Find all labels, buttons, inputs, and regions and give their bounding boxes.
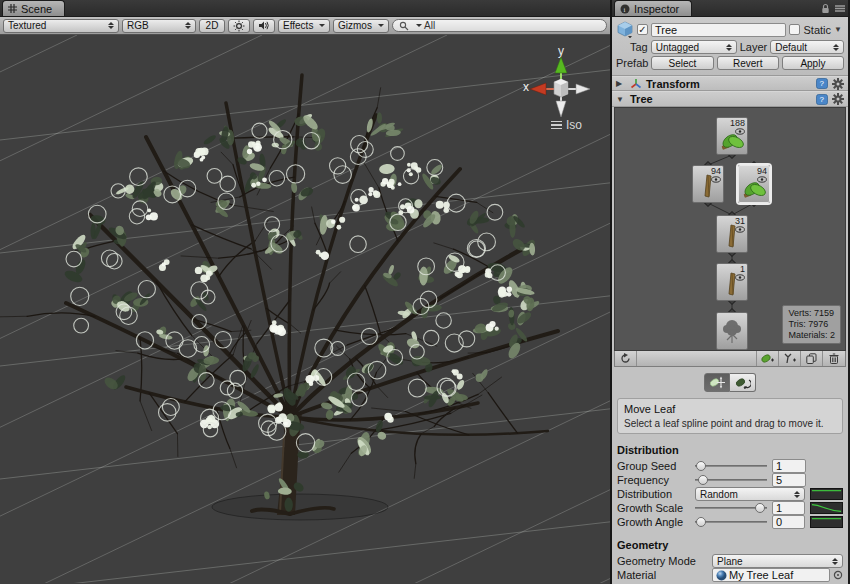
- render-channels-dropdown[interactable]: RGB: [122, 19, 196, 33]
- static-dropdown-arrow[interactable]: ▼: [834, 25, 844, 34]
- prefab-revert-button[interactable]: Revert: [717, 56, 779, 70]
- transform-title: Transform: [646, 78, 700, 90]
- growth-scale-slider[interactable]: [695, 502, 767, 514]
- gizmo-y-axis-cone: [555, 57, 567, 73]
- gameobject-header: ✓ Tree Static ▼ Tag Untagged Layer Defau…: [612, 17, 848, 76]
- tree-component-header[interactable]: ▼ Tree ?: [612, 91, 848, 106]
- tool-help-box: Move Leaf Select a leaf spline point and…: [617, 398, 843, 434]
- tab-scene[interactable]: Scene: [2, 0, 65, 16]
- geometry-mode-row: Geometry Mode Plane: [617, 554, 843, 568]
- growth-angle-value-field[interactable]: 0: [772, 515, 805, 529]
- node-branch-group-94[interactable]: 94: [692, 165, 724, 203]
- move-leaf-tool-button[interactable]: [704, 373, 730, 392]
- help-book-icon[interactable]: ?: [816, 94, 828, 105]
- gizmo-y-label: y: [558, 44, 564, 58]
- rotate-leaf-icon: [735, 376, 751, 389]
- node-count: 188: [730, 118, 745, 128]
- branch-group-icon: [696, 173, 720, 199]
- node-leaf-group-94-selected[interactable]: 94: [738, 165, 770, 203]
- gizmo-x-label: x: [523, 80, 529, 94]
- pane-menu-icon[interactable]: [835, 4, 845, 13]
- projection-toggle[interactable]: Iso: [551, 118, 582, 132]
- projection-label: Iso: [566, 118, 582, 132]
- orientation-gizmo[interactable]: y x: [514, 43, 598, 121]
- group-seed-value: 1: [776, 460, 782, 472]
- group-seed-value-field[interactable]: 1: [772, 459, 806, 473]
- growth-scale-value-field[interactable]: 1: [772, 501, 805, 515]
- growth-scale-curve-preview[interactable]: [810, 502, 843, 514]
- inspector-panel: i Inspector: [612, 0, 848, 584]
- gameobject-name-field[interactable]: Tree: [651, 23, 786, 37]
- render-channels-label: RGB: [127, 20, 149, 31]
- audio-toggle-button[interactable]: [253, 19, 275, 33]
- svg-text:?: ?: [820, 80, 825, 89]
- scene-viewport[interactable]: y x Iso: [0, 35, 610, 584]
- distribution-curve-preview[interactable]: [810, 488, 843, 500]
- scene-tabbar: Scene: [0, 0, 610, 17]
- gameobject-cube-icon[interactable]: [616, 21, 634, 38]
- dropdown-arrows-icon: [315, 24, 325, 27]
- materials-stat: Materials: 2: [788, 330, 835, 341]
- tris-stat: Tris: 7976: [788, 319, 835, 330]
- tree-root-icon: [721, 317, 745, 345]
- node-branch-group-31[interactable]: 31: [716, 215, 748, 253]
- tag-dropdown[interactable]: Untagged: [651, 40, 737, 54]
- tab-inspector[interactable]: i Inspector: [614, 0, 692, 16]
- gear-icon[interactable]: [832, 78, 844, 90]
- toggle-2d-button[interactable]: 2D: [199, 19, 225, 33]
- prefab-select-button[interactable]: Select: [651, 56, 713, 70]
- speaker-icon: [258, 20, 270, 31]
- sun-icon: [233, 20, 245, 32]
- mesh-stats-overlay: Verts: 7159 Tris: 7976 Materials: 2: [782, 305, 841, 344]
- growth-angle-value: 0: [776, 516, 782, 528]
- 2d-label: 2D: [206, 20, 219, 31]
- gizmo-x-axis-cone: [530, 83, 546, 95]
- frequency-value-field[interactable]: 5: [772, 473, 806, 487]
- gizmo-z-axis-cone: [576, 84, 590, 94]
- node-tree-root[interactable]: [716, 312, 748, 350]
- group-seed-slider[interactable]: [695, 460, 767, 472]
- scene-search-input[interactable]: All: [392, 19, 607, 32]
- foldout-arrow-icon[interactable]: ▼: [616, 95, 626, 104]
- growth-angle-slider[interactable]: [695, 516, 767, 528]
- geometry-mode-value: Plane: [717, 556, 743, 567]
- frequency-slider[interactable]: [695, 474, 767, 486]
- effects-label: Effects: [283, 20, 313, 31]
- rotate-leaf-tool-button[interactable]: [730, 373, 756, 392]
- group-seed-row: Group Seed 1: [617, 459, 843, 473]
- tool-help-title: Move Leaf: [624, 403, 836, 415]
- node-leaf-group-188[interactable]: 188: [716, 117, 748, 155]
- transform-component-header[interactable]: ▶ Transform ?: [612, 76, 848, 91]
- object-picker-icon[interactable]: [833, 570, 843, 580]
- layer-dropdown[interactable]: Default: [770, 40, 844, 54]
- growth-angle-curve-preview[interactable]: [810, 516, 843, 528]
- node-branch-group-1[interactable]: 1: [716, 263, 748, 301]
- geometry-mode-dropdown[interactable]: Plane: [712, 554, 843, 568]
- prefab-apply-button[interactable]: Apply: [782, 56, 844, 70]
- node-count: 94: [757, 166, 767, 176]
- prefab-label: Prefab: [616, 57, 648, 69]
- inspector-tab-label: Inspector: [634, 3, 679, 15]
- material-value: My Tree Leaf: [729, 569, 793, 581]
- prefab-select-label: Select: [669, 58, 697, 69]
- active-checkbox[interactable]: ✓: [637, 24, 648, 35]
- material-object-field[interactable]: My Tree Leaf: [712, 568, 830, 582]
- static-checkbox[interactable]: [789, 24, 800, 35]
- prefab-revert-label: Revert: [733, 58, 762, 69]
- help-book-icon[interactable]: ?: [816, 78, 828, 89]
- layer-value: Default: [775, 42, 807, 53]
- lighting-toggle-button[interactable]: [228, 19, 250, 33]
- scene-tab-label: Scene: [21, 3, 52, 15]
- lock-icon[interactable]: [821, 3, 830, 14]
- gizmos-dropdown[interactable]: Gizmos: [333, 19, 389, 33]
- distribution-dropdown[interactable]: Random: [695, 487, 805, 501]
- tree-node-graph[interactable]: 188 94: [614, 107, 846, 351]
- leaf-group-icon: [720, 129, 744, 151]
- shading-mode-dropdown[interactable]: Textured: [3, 19, 119, 33]
- search-icon: [399, 21, 410, 31]
- transform-axes-icon: [630, 78, 642, 90]
- group-seed-label: Group Seed: [617, 460, 695, 472]
- foldout-arrow-icon[interactable]: ▶: [616, 79, 626, 88]
- effects-dropdown[interactable]: Effects: [278, 19, 330, 33]
- gear-icon[interactable]: [832, 93, 844, 105]
